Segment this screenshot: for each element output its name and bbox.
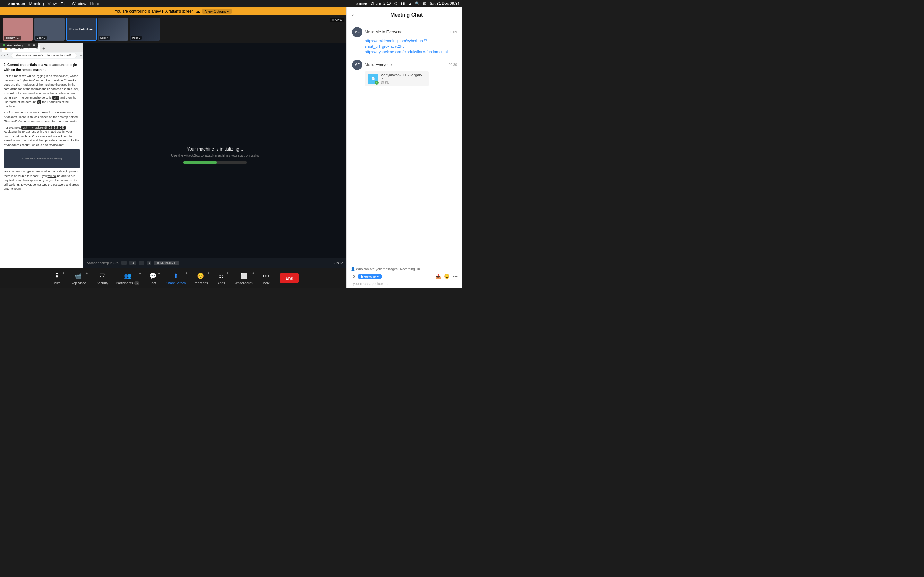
chat-more-btn[interactable]: ••• <box>452 273 458 279</box>
to-everyone-button[interactable]: Everyone ▾ <box>358 274 382 279</box>
stop-video-button[interactable]: 📹 Stop Video ▲ <box>67 269 90 287</box>
chat-header: ‹ Meeting Chat <box>347 7 462 23</box>
chat-caret-icon[interactable]: ▲ <box>158 271 160 274</box>
menu-window[interactable]: Window <box>71 1 86 6</box>
thm-power-btn[interactable]: ⏻ <box>129 261 136 265</box>
browser-url-bar[interactable] <box>11 53 77 58</box>
participant-thumb-1[interactable]: Islamey F... <box>3 18 33 41</box>
msg-header-1: MF Me to Me to Everyone 09.09 <box>352 27 457 37</box>
chat-collapse-button[interactable]: ‹ <box>352 12 354 18</box>
menu-meeting[interactable]: Meeting <box>29 1 44 6</box>
example-ssh-cmd: ssh tryhackme@10.10.118.233 <box>21 126 66 129</box>
view-icon: ⊞ <box>332 18 334 22</box>
chat-icon: 💬 <box>148 271 157 280</box>
search-icon[interactable]: 🔍 <box>415 1 420 6</box>
new-tab-button[interactable]: + <box>41 45 46 52</box>
msg-avatar-1: MF <box>352 27 362 37</box>
end-meeting-button[interactable]: End <box>280 273 299 283</box>
more-button[interactable]: ••• More <box>257 269 276 287</box>
browser-extensions-btn[interactable]: ⋯ <box>78 53 82 58</box>
menubar-right: zoom Dhuhr -2:19 ⬡ ▮▮ ▲ 🔍 ⊞ Sat 31 Dec 0… <box>357 1 459 6</box>
browser-forward-btn[interactable]: › <box>4 53 5 58</box>
msg-link-1b[interactable]: https://tryhackme.com/module/linux-funda… <box>365 49 457 55</box>
menu-help[interactable]: Help <box>90 1 99 6</box>
whiteboards-caret-icon[interactable]: ▲ <box>252 271 255 274</box>
chat-screen-share-btn[interactable]: 📤 <box>435 273 441 279</box>
view-options-button[interactable]: View Options ▾ <box>202 9 232 14</box>
content-note: Note: When you type a password into an s… <box>4 169 79 191</box>
control-center-icon[interactable]: ⊞ <box>423 1 426 6</box>
whiteboards-icon: ⬜ <box>239 271 248 280</box>
mute-caret-icon[interactable]: ▲ <box>62 271 65 274</box>
participant-count-badge: 5 <box>134 281 140 285</box>
reactions-caret-icon[interactable]: ▲ <box>207 271 210 274</box>
share-caret-icon[interactable]: ▲ <box>185 271 188 274</box>
participants-caret-icon[interactable]: ▲ <box>139 271 141 274</box>
msg-avatar-2: MF <box>352 60 362 70</box>
video-icon: 📹 <box>74 271 83 280</box>
to-label: To: <box>351 274 356 279</box>
chat-label: Chat <box>150 282 156 285</box>
chat-panel: ‹ Meeting Chat MF Me to Me to Everyone 0… <box>347 7 462 288</box>
thm-init-text: Your machine is initializing... <box>187 147 243 152</box>
whiteboards-button[interactable]: ⬜ Whiteboards ▲ <box>231 269 257 287</box>
file-attachment[interactable]: 📄 ✓ Menyalakan-LED-Dengan-P... 19 KB <box>365 71 429 86</box>
gallery-view-button[interactable]: ⊞ View <box>330 18 344 23</box>
ssh-command-inline: ssh <box>52 96 59 100</box>
menu-view[interactable]: View <box>48 1 57 6</box>
recording-label: Recording... <box>7 43 26 47</box>
participant-thumb-faris[interactable]: Faris Hafizhan <box>66 18 97 41</box>
thm-info-btn[interactable]: ℹ <box>147 261 152 265</box>
security-label: Security <box>97 282 108 285</box>
screen-share-content: Recording... ⏸ ⏹ 🔐 TryHackMe | Linux Fun… <box>0 43 347 268</box>
menu-zoom[interactable]: zoom.us <box>8 1 25 6</box>
participant-thumb-5[interactable]: User 5 <box>129 18 160 41</box>
cloud-upload-icon: ☁ <box>196 9 200 13</box>
msg-sender-2: Me to Everyone <box>365 63 392 67</box>
share-notification-bar: You are controlling Islamey F Alfattan's… <box>0 7 347 15</box>
share-notification-text: You are controlling Islamey F Alfattan's… <box>115 9 194 13</box>
msg-body-1: https://groklearning.com/cyberhunt/?shor… <box>365 39 457 55</box>
more-icon: ••• <box>262 271 271 280</box>
content-para3: For example: ssh tryhackme@10.10.118.233… <box>4 126 79 147</box>
chat-to-row: To: Everyone ▾ 📤 😊 ••• <box>351 273 458 279</box>
msg-sender-1: Me to Me to Everyone <box>365 30 402 34</box>
browser-content: 2. Correct credentials to a valid accoun… <box>0 59 83 268</box>
share-screen-button[interactable]: ⬆ Share Screen ▲ <box>162 269 190 287</box>
menu-edit[interactable]: Edit <box>61 1 68 6</box>
reactions-button[interactable]: 😊 Reactions ▲ <box>190 269 212 287</box>
chat-emoji-btn[interactable]: 😊 <box>443 273 450 279</box>
recording-pause-btn[interactable]: ⏸ <box>27 43 31 47</box>
chat-message-input[interactable] <box>351 282 458 286</box>
thm-zoom-out-btn[interactable]: − <box>139 261 144 265</box>
chat-message-2: MF Me to Everyone 09.30 📄 ✓ <box>352 60 457 86</box>
apps-button[interactable]: ⚏ Apps ▲ <box>212 269 231 287</box>
more-label: More <box>262 282 270 285</box>
battery-icon: ▮▮ <box>401 1 405 6</box>
chat-input-row <box>351 282 458 286</box>
participant-thumbnails: ⊞ View Islamey F... User 2 Faris Hafizha… <box>0 15 347 43</box>
apple-menu-icon[interactable]:  <box>3 1 5 6</box>
recording-green-dot <box>3 44 5 47</box>
at-sign-inline: @ <box>37 100 41 104</box>
participants-button[interactable]: 👥 Participants 5 ▲ <box>112 269 143 287</box>
thm-bottom-bar: Access desktop in 57s + ⏻ − ℹ THM Attack… <box>83 258 347 268</box>
video-caret-icon[interactable]: ▲ <box>86 271 88 274</box>
msg-meta-2: Me to Everyone <box>365 63 446 67</box>
msg-body-2: 📄 ✓ Menyalakan-LED-Dengan-P... 19 KB <box>365 71 457 86</box>
mute-icon: 🎙 <box>53 271 61 280</box>
participant-thumb-4[interactable]: User 4 <box>98 18 128 41</box>
apps-caret-icon[interactable]: ▲ <box>226 271 229 274</box>
browser-back-btn[interactable]: ‹ <box>1 53 3 58</box>
security-button[interactable]: 🛡 Security <box>93 269 112 287</box>
chat-button[interactable]: 💬 Chat ▲ <box>143 269 162 287</box>
wifi-icon: ▲ <box>408 1 412 6</box>
thm-zoom-in-btn[interactable]: + <box>121 261 127 265</box>
file-size: 19 KB <box>381 81 426 84</box>
recording-stop-btn[interactable]: ⏹ <box>32 44 35 47</box>
mute-button[interactable]: 🎙 Mute ▲ <box>47 269 67 287</box>
participant-thumb-2[interactable]: User 2 <box>34 18 65 41</box>
chat-messages-list: MF Me to Me to Everyone 09.09 https://gr… <box>347 23 462 264</box>
msg-link-1a[interactable]: https://groklearning.com/cyberhunt/?shor… <box>365 39 457 49</box>
browser-refresh-btn[interactable]: ↻ <box>6 53 10 58</box>
